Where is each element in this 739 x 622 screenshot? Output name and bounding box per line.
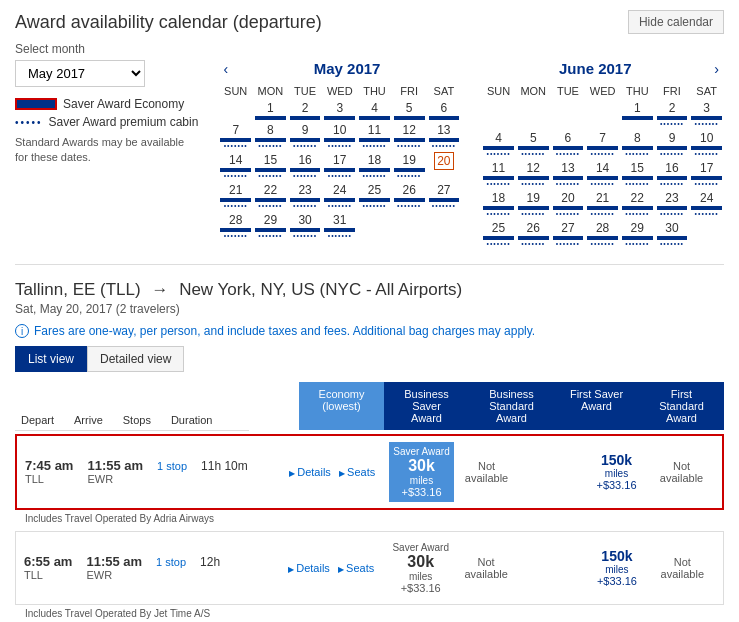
calendar-day[interactable]: 8••••••• <box>253 121 288 151</box>
calendar-day[interactable]: 28••••••• <box>585 219 620 249</box>
detailed-view-button[interactable]: Detailed view <box>87 346 184 372</box>
calendar-day[interactable]: 27••••••• <box>427 181 462 211</box>
calendar-day[interactable]: 22••••••• <box>253 181 288 211</box>
calendar-day[interactable]: 14••••••• <box>585 159 620 189</box>
calendar-day[interactable]: 8••••••• <box>620 129 655 159</box>
calendar-day[interactable]: 17••••••• <box>689 159 724 189</box>
legend-note: Standard Awards may be availablefor thes… <box>15 135 198 166</box>
calendar-day[interactable]: 6 <box>427 99 462 121</box>
first-standard-col-header: FirstStandardAward <box>643 388 720 424</box>
calendar-day[interactable]: 9••••••• <box>655 129 690 159</box>
calendar-day[interactable]: 11••••••• <box>357 121 392 151</box>
month-dropdown[interactable]: May 2017 June 2017 July 2017 <box>15 60 145 87</box>
flight2-depart: 6:55 am TLL <box>24 554 72 581</box>
calendar-day[interactable]: 5 <box>392 99 427 121</box>
flight1-details-link[interactable]: Details <box>289 466 331 478</box>
calendar-day[interactable]: 23••••••• <box>288 181 323 211</box>
flight-route: Tallinn, EE (TLL) → New York, NY, US (NY… <box>15 280 724 300</box>
calendar-day[interactable]: 26••••••• <box>516 219 551 249</box>
calendar-day[interactable]: 10••••••• <box>689 129 724 159</box>
calendar-day[interactable]: 18••••••• <box>481 189 516 219</box>
may-calendar-title: May 2017 <box>233 60 461 77</box>
page-title: Award availability calendar (departure) <box>15 12 322 33</box>
calendar-day[interactable]: 2••••••• <box>655 99 690 129</box>
calendar-day[interactable]: 20••••••• <box>551 189 586 219</box>
flight1-seats-link[interactable]: Seats <box>339 466 375 478</box>
hide-calendar-button[interactable]: Hide calendar <box>628 10 724 34</box>
flight2-first-standard-cell: Not available <box>650 552 715 584</box>
calendar-day[interactable]: 3••••••• <box>689 99 724 129</box>
select-month-label: Select month <box>15 42 724 56</box>
calendar-day <box>218 99 253 121</box>
cal-header-thu: THU <box>620 83 655 99</box>
calendar-day[interactable]: 25••••••• <box>357 181 392 211</box>
calendar-day[interactable]: 31••••••• <box>322 211 357 241</box>
june-calendar-title: June 2017 <box>481 60 709 77</box>
cal-header-fri: FRI <box>655 83 690 99</box>
calendar-day[interactable]: 16••••••• <box>288 151 323 181</box>
calendar-day[interactable]: 9••••••• <box>288 121 323 151</box>
flight1-arrive: 11:55 am EWR <box>87 458 143 485</box>
calendar-day[interactable]: 15••••••• <box>253 151 288 181</box>
calendar-day[interactable]: 19••••••• <box>392 151 427 181</box>
flight2-first-saver-cell: 150k miles +$33.16 <box>584 544 649 591</box>
list-view-button[interactable]: List view <box>15 346 87 372</box>
calendar-day[interactable]: 19••••••• <box>516 189 551 219</box>
calendar-day[interactable]: 13••••••• <box>427 121 462 151</box>
calendar-day[interactable]: 29••••••• <box>253 211 288 241</box>
calendar-day[interactable]: 16••••••• <box>655 159 690 189</box>
calendar-day[interactable]: 27••••••• <box>551 219 586 249</box>
calendar-day[interactable]: 14••••••• <box>218 151 253 181</box>
flight1-duration: 11h 10m <box>201 458 248 473</box>
calendar-day[interactable]: 21••••••• <box>585 189 620 219</box>
calendar-day <box>689 219 724 249</box>
calendar-day[interactable]: 10••••••• <box>322 121 357 151</box>
flight-date: Sat, May 20, 2017 (2 travelers) <box>15 302 724 316</box>
calendar-day[interactable]: 4 <box>357 99 392 121</box>
calendar-day[interactable]: 4••••••• <box>481 129 516 159</box>
calendar-day[interactable]: 1 <box>620 99 655 129</box>
destination-text: New York, NY, US (NYC - All Airports) <box>179 280 462 299</box>
calendar-day[interactable]: 24••••••• <box>322 181 357 211</box>
calendar-day[interactable]: 2 <box>288 99 323 121</box>
flight1-first-saver-cell: 150k miles +$33.16 <box>584 448 649 495</box>
calendar-day <box>516 99 551 129</box>
calendar-day[interactable]: 23••••••• <box>655 189 690 219</box>
calendar-day[interactable]: 28••••••• <box>218 211 253 241</box>
calendar-day[interactable]: 24••••••• <box>689 189 724 219</box>
calendar-day[interactable]: 22••••••• <box>620 189 655 219</box>
calendar-day[interactable]: 12••••••• <box>516 159 551 189</box>
calendar-day[interactable]: 6••••••• <box>551 129 586 159</box>
calendar-day[interactable]: 25••••••• <box>481 219 516 249</box>
calendar-day[interactable]: 26••••••• <box>392 181 427 211</box>
route-arrow: → <box>151 280 168 299</box>
calendar-day[interactable]: 11••••••• <box>481 159 516 189</box>
calendar-day[interactable]: 1 <box>253 99 288 121</box>
calendar-day <box>357 211 392 241</box>
calendar-day[interactable]: 13••••••• <box>551 159 586 189</box>
economy-legend-label: Saver Award Economy <box>63 97 184 111</box>
calendar-day[interactable]: 12••••••• <box>392 121 427 151</box>
cal-header-mon: MON <box>516 83 551 99</box>
calendar-day[interactable]: 7••••••• <box>585 129 620 159</box>
flight2-details-link[interactable]: Details <box>288 562 330 574</box>
calendar-day <box>392 211 427 241</box>
next-month-nav[interactable]: › <box>709 61 724 77</box>
calendar-day[interactable]: 15••••••• <box>620 159 655 189</box>
calendar-day[interactable]: 30••••••• <box>288 211 323 241</box>
flight2-stops: 1 stop <box>156 554 186 569</box>
calendar-day[interactable]: 20 <box>427 151 462 181</box>
prev-month-nav[interactable]: ‹ <box>218 61 233 77</box>
calendar-day[interactable]: 21••••••• <box>218 181 253 211</box>
calendar-day[interactable]: 30••••••• <box>655 219 690 249</box>
premium-legend-dots: ••••• <box>15 117 43 128</box>
calendar-day[interactable]: 5••••••• <box>516 129 551 159</box>
calendar-day[interactable]: 29••••••• <box>620 219 655 249</box>
economy-col-header: Economy(lowest) <box>303 388 380 412</box>
calendar-day[interactable]: 7••••••• <box>218 121 253 151</box>
calendar-day[interactable]: 17••••••• <box>322 151 357 181</box>
calendar-day[interactable]: 18••••••• <box>357 151 392 181</box>
flight2-seats-link[interactable]: Seats <box>338 562 374 574</box>
calendar-day[interactable]: 3 <box>322 99 357 121</box>
flight1-business-saver-cell: Not available <box>454 456 519 488</box>
